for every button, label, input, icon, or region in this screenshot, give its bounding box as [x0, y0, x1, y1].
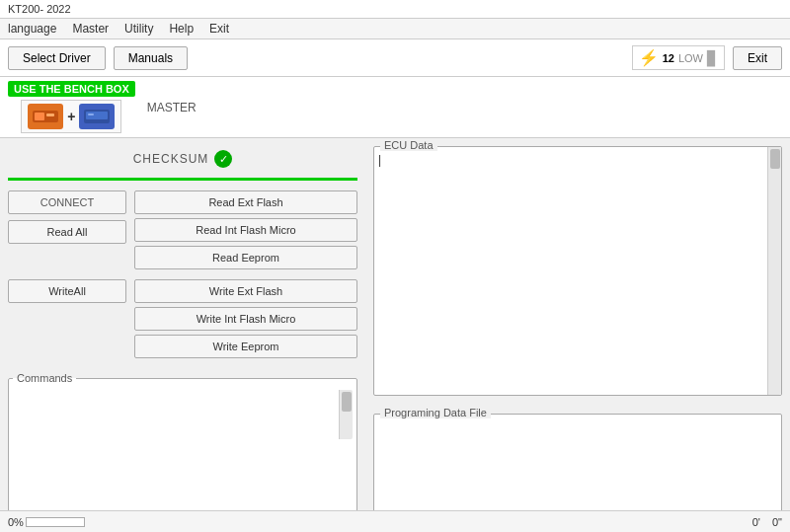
toolbar: Select Driver Manuals ⚡ 12 LOW ▊ Exit: [0, 39, 790, 77]
ecu-data-legend: ECU Data: [380, 139, 437, 151]
bench-box-images: +: [21, 100, 121, 133]
status-bar: 0% 0' 0": [0, 510, 790, 532]
ecu-data-box: ECU Data |: [373, 146, 782, 396]
battery-plug-icon: ▊: [707, 50, 718, 66]
connect-button[interactable]: CONNECT: [8, 190, 126, 214]
commands-scroll-thumb[interactable]: [342, 392, 352, 412]
prog-data-legend: Programing Data File: [380, 407, 491, 418]
exit-button[interactable]: Exit: [733, 46, 782, 70]
menu-item-exit[interactable]: Exit: [209, 22, 229, 36]
bench-area: USE THE BENCH BOX + MASTER: [0, 77, 790, 138]
svg-rect-1: [35, 113, 44, 120]
commands-content: [13, 390, 353, 439]
write-ext-flash-button[interactable]: Write Ext Flash: [134, 279, 357, 303]
svg-rect-2: [46, 114, 54, 116]
bench-device-orange: [28, 104, 63, 129]
checksum-label: CHECKSUM: [133, 152, 209, 166]
green-progress-line: [8, 178, 357, 181]
right-panel: ECU Data | Programing Data File: [365, 138, 790, 532]
menu-item-help[interactable]: Help: [169, 22, 194, 36]
plus-icon: +: [67, 109, 75, 124]
battery-icon: ⚡: [639, 48, 659, 67]
write-all-button[interactable]: WriteAll: [8, 279, 126, 303]
app-title: KT200- 2022: [8, 3, 71, 15]
bench-box-label: USE THE BENCH BOX: [8, 81, 135, 97]
left-panel: CHECKSUM ✓ CONNECT Read All Read Ext Fla…: [0, 138, 365, 532]
master-label: MASTER: [147, 101, 197, 114]
ecu-data-scrollbar[interactable]: [767, 147, 781, 395]
main-content: CHECKSUM ✓ CONNECT Read All Read Ext Fla…: [0, 138, 790, 532]
read-eeprom-button[interactable]: Read Eeprom: [134, 246, 357, 269]
toolbar-right: ⚡ 12 LOW ▊ Exit: [632, 45, 782, 70]
ecu-scroll-thumb[interactable]: [770, 149, 780, 169]
bench-box-wrapper: USE THE BENCH BOX +: [8, 81, 135, 133]
time-remaining: 0": [772, 516, 782, 528]
commands-scrollbar[interactable]: [339, 390, 353, 439]
right-buttons-read: Read Ext Flash Read Int Flash Micro Read…: [134, 190, 357, 269]
menu-item-language[interactable]: language: [8, 22, 56, 36]
write-right-buttons: Write Ext Flash Write Int Flash Micro Wr…: [134, 279, 357, 358]
write-eeprom-button[interactable]: Write Eeprom: [134, 335, 357, 358]
status-right: 0' 0": [752, 516, 782, 528]
write-int-flash-micro-button[interactable]: Write Int Flash Micro: [134, 307, 357, 331]
read-all-button[interactable]: Read All: [8, 220, 126, 244]
select-driver-button[interactable]: Select Driver: [8, 46, 106, 70]
svg-rect-5: [88, 114, 94, 115]
manuals-button[interactable]: Manuals: [114, 46, 188, 70]
battery-low-label: LOW: [678, 52, 703, 64]
title-bar: KT200- 2022: [0, 0, 790, 19]
checksum-row: CHECKSUM ✓: [8, 146, 357, 172]
read-int-flash-micro-button[interactable]: Read Int Flash Micro: [134, 218, 357, 242]
bench-device-blue: [79, 104, 115, 129]
progress-percent: 0%: [8, 516, 24, 528]
battery-number: 12: [663, 52, 674, 64]
write-area: WriteAll Write Ext Flash Write Int Flash…: [8, 279, 357, 358]
commands-legend: Commands: [13, 372, 76, 384]
menu-item-utility[interactable]: Utility: [124, 22, 153, 36]
battery-indicator: ⚡ 12 LOW ▊: [632, 45, 725, 70]
checksum-icon: ✓: [214, 150, 232, 168]
menu-item-master[interactable]: Master: [72, 22, 109, 36]
ecu-data-content: |: [374, 147, 781, 395]
progress-bar-container: [26, 517, 85, 527]
left-buttons: CONNECT Read All: [8, 190, 126, 269]
write-left: WriteAll: [8, 279, 126, 358]
action-area: CONNECT Read All Read Ext Flash Read Int…: [8, 190, 357, 269]
menu-bar: language Master Utility Help Exit: [0, 19, 790, 39]
read-ext-flash-button[interactable]: Read Ext Flash: [134, 190, 357, 214]
time-elapsed: 0': [752, 516, 760, 528]
commands-section: Commands: [8, 372, 357, 532]
